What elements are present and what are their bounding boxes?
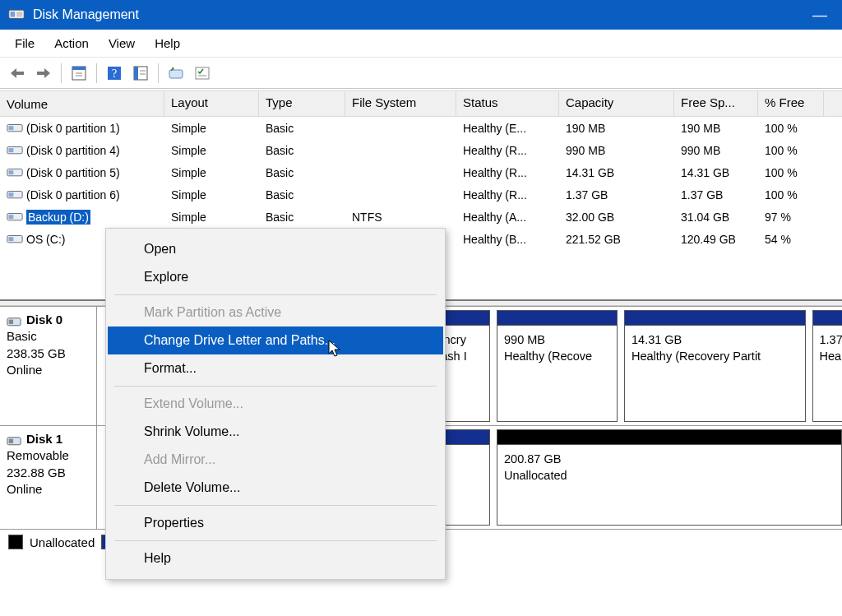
disk-icon [7, 314, 21, 326]
svg-rect-1 [10, 12, 15, 17]
properties-icon[interactable] [68, 63, 90, 84]
details-view-icon[interactable] [130, 63, 151, 84]
volume-row[interactable]: (Disk 0 partition 5)SimpleBasicHealthy (… [0, 161, 842, 183]
volume-capacity: 221.52 GB [559, 231, 674, 248]
col-type[interactable]: Type [259, 91, 345, 116]
volume-free: 990 MB [674, 142, 758, 159]
drive-icon [7, 234, 23, 245]
col-fs[interactable]: File System [345, 91, 456, 116]
titlebar[interactable]: Disk Management — [0, 0, 842, 30]
volume-name: (Disk 0 partition 1) [26, 122, 120, 135]
disk-title-label: Disk 0 [26, 312, 62, 328]
svg-text:?: ? [112, 67, 117, 80]
context-menu-item[interactable]: Explore [108, 263, 443, 291]
volume-capacity: 1.37 GB [559, 187, 674, 203]
forward-button[interactable] [33, 63, 54, 84]
col-layout[interactable]: Layout [164, 91, 259, 116]
disk-info: Disk 0 Basic 238.35 GB Online [0, 307, 97, 425]
volume-layout: Simple [164, 120, 259, 137]
partition-box[interactable]: 200.87 GBUnallocated [497, 429, 842, 526]
partition-header-stripe [497, 311, 617, 326]
context-menu-item[interactable]: Format... [108, 354, 443, 382]
svg-rect-2 [16, 12, 22, 17]
volume-filesystem [345, 171, 456, 174]
app-icon [8, 7, 25, 22]
volume-percent-free: 54 % [758, 231, 824, 248]
volume-row[interactable]: Backup (D:)SimpleBasicNTFSHealthy (A...3… [0, 206, 842, 228]
col-pct[interactable]: % Free [758, 91, 824, 116]
context-menu-item[interactable]: Delete Volume... [108, 474, 443, 502]
help-icon[interactable]: ? [104, 63, 125, 84]
volume-free: 14.31 GB [674, 164, 758, 181]
col-cap[interactable]: Capacity [559, 91, 674, 116]
menu-view[interactable]: View [100, 33, 143, 53]
minimize-button[interactable]: — [806, 7, 834, 24]
menu-help[interactable]: Help [146, 33, 188, 53]
volume-row[interactable]: (Disk 0 partition 1)SimpleBasicHealthy (… [0, 117, 842, 139]
context-menu: OpenExploreMark Partition as ActiveChang… [105, 228, 446, 580]
disk-type-label: Removable [7, 447, 90, 464]
svg-rect-19 [8, 148, 13, 152]
col-volume[interactable]: Volume [0, 91, 164, 116]
volume-row[interactable]: (Disk 0 partition 4)SimpleBasicHealthy (… [0, 139, 842, 161]
context-menu-item: Mark Partition as Active [108, 299, 443, 327]
svg-rect-10 [134, 67, 138, 80]
volume-free: 120.49 GB [674, 231, 758, 248]
partition-status: Healthy [820, 349, 843, 365]
legend-swatch-unallocated [8, 535, 23, 549]
partition-status: Healthy (Recove [504, 349, 612, 365]
context-menu-separator [114, 540, 437, 541]
back-button[interactable] [7, 63, 28, 84]
disk-type-label: Basic [7, 328, 90, 345]
svg-rect-29 [9, 319, 13, 323]
volume-free: 1.37 GB [674, 187, 758, 203]
menu-file[interactable]: File [7, 33, 43, 53]
svg-rect-21 [8, 170, 13, 174]
volume-name: (Disk 0 partition 4) [26, 144, 120, 157]
volume-name: Backup (D:) [26, 210, 90, 225]
partition-box[interactable]: 14.31 GBHealthy (Recovery Partit [624, 310, 806, 422]
context-menu-item[interactable]: Shrink Volume... [108, 418, 443, 446]
drive-icon [7, 189, 23, 201]
svg-rect-31 [9, 438, 13, 442]
volume-list-header[interactable]: Volume Layout Type File System Status Ca… [0, 90, 842, 117]
partition-status: Healthy (Recovery Partit [632, 349, 800, 365]
refresh-icon[interactable] [165, 63, 187, 84]
context-menu-item[interactable]: Change Drive Letter and Paths... [108, 327, 443, 354]
disk-state-label: Online [7, 481, 90, 498]
partition-size: 1.37 GI [820, 332, 843, 349]
partition-header-stripe [813, 311, 843, 326]
volume-percent-free: 97 % [758, 209, 824, 225]
volume-layout: Simple [164, 187, 259, 203]
window-title: Disk Management [33, 7, 139, 22]
menu-action[interactable]: Action [46, 33, 97, 53]
context-menu-item[interactable]: Open [108, 235, 443, 263]
volume-filesystem [345, 193, 456, 197]
disk-size-label: 238.35 GB [7, 345, 90, 362]
drive-icon [7, 145, 23, 156]
col-status[interactable]: Status [456, 91, 559, 116]
svg-rect-25 [8, 215, 13, 219]
volume-free: 31.04 GB [674, 209, 758, 225]
toolbar: ? [0, 58, 842, 89]
partition-size: 200.87 GB [504, 452, 836, 468]
svg-rect-27 [8, 237, 13, 241]
volume-percent-free: 100 % [758, 142, 824, 159]
context-menu-item[interactable]: Properties [108, 509, 443, 537]
checklist-icon[interactable] [192, 63, 213, 84]
volume-type: Basic [259, 187, 345, 203]
partition-box[interactable]: 1.37 GIHealthy [812, 310, 843, 422]
volume-status: Healthy (R... [456, 164, 559, 181]
context-menu-item[interactable]: Help [108, 544, 443, 572]
volume-filesystem [345, 127, 456, 130]
context-menu-item: Extend Volume... [108, 390, 443, 418]
disk-state-label: Online [7, 362, 90, 378]
volume-row[interactable]: (Disk 0 partition 6)SimpleBasicHealthy (… [0, 183, 842, 206]
col-free[interactable]: Free Sp... [674, 91, 758, 116]
volume-list: Volume Layout Type File System Status Ca… [0, 89, 842, 250]
volume-capacity: 32.00 GB [559, 209, 674, 225]
svg-rect-17 [8, 126, 13, 130]
volume-status: Healthy (R... [456, 187, 559, 203]
partition-box[interactable]: 990 MBHealthy (Recove [497, 310, 618, 422]
svg-rect-23 [8, 192, 13, 197]
